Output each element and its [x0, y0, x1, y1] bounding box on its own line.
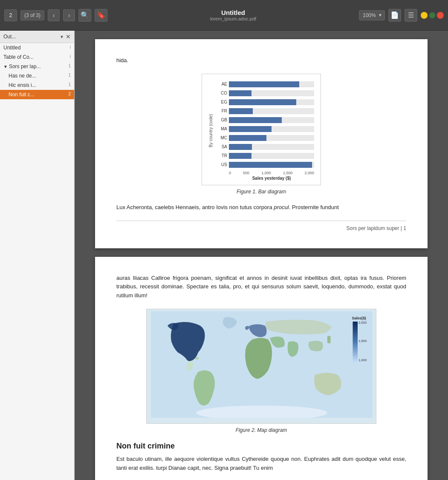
- sidebar-item-has[interactable]: Has ne de... 1: [0, 71, 74, 80]
- sidebar-close-button[interactable]: ✕: [66, 33, 71, 40]
- page-view-button[interactable]: 📄: [388, 9, 401, 22]
- bar-label: US: [215, 162, 227, 167]
- sidebar-item-page: 1: [68, 82, 71, 87]
- document-subtitle: lorem_ipsum.adoc.pdf: [111, 16, 356, 21]
- page-footer: Sors per lapidum super | 1: [116, 221, 406, 231]
- page-view-icon: 📄: [390, 11, 399, 19]
- bar-background: [229, 144, 314, 150]
- x-axis-label: Sales yesterday ($): [229, 176, 314, 181]
- search-button[interactable]: 🔍: [78, 9, 91, 22]
- x-axis: 0 500 1,000 1,500 2,000 Sales yesterday …: [229, 170, 314, 181]
- sidebar-header: Out... ▼ ✕: [0, 31, 74, 43]
- sidebar-item-hic[interactable]: Hic ensis i... 1: [0, 80, 74, 90]
- sidebar-item-label: Has ne de...: [9, 73, 36, 79]
- bar-background: [229, 99, 314, 105]
- page-number-input[interactable]: 2: [4, 9, 17, 21]
- figure1-caption: Figure 1. Bar diagram: [237, 189, 286, 195]
- sidebar-item-page: i: [70, 45, 71, 49]
- title-area: Untitled lorem_ipsum.adoc.pdf: [111, 9, 356, 21]
- sidebar-item-label: Non fuit c...: [9, 92, 35, 98]
- sidebar-item-untitled[interactable]: Untitled i: [0, 43, 74, 52]
- svg-text:2,000: 2,000: [358, 321, 367, 325]
- sidebar-item-page: 1: [68, 73, 71, 78]
- bar-label: FR: [215, 109, 227, 113]
- sidebar-item-label: Table of Co...: [3, 54, 34, 60]
- bar-fill: [229, 135, 266, 141]
- sidebar-item-page: 2: [68, 92, 71, 96]
- sidebar-title: Out...: [3, 34, 58, 40]
- bookmarks-icon: 🔖: [97, 11, 105, 19]
- bar-background: [229, 153, 314, 159]
- close-button[interactable]: [437, 12, 444, 19]
- svg-rect-5: [353, 322, 358, 362]
- window-controls: [421, 12, 444, 19]
- table-row: FR: [215, 107, 314, 115]
- world-map-svg: Sales($) 2,000 1,500 1: [149, 311, 375, 418]
- minimize-button[interactable]: [421, 12, 428, 19]
- page-count: (3 of 3): [20, 10, 44, 20]
- bar-fill: [229, 153, 251, 159]
- sidebar-item-sors[interactable]: ▼Sors per lap... 1: [0, 62, 74, 71]
- document-title: Untitled: [111, 9, 356, 16]
- svg-rect-3: [327, 336, 331, 343]
- page1-body-text: Lux Acheronta, caelebs Hennaeis, antro I…: [116, 203, 406, 212]
- menu-button[interactable]: ☰: [405, 9, 417, 22]
- x-tick: 2,000: [304, 171, 314, 175]
- page2-section-text: Est baculo utinam, ille aequore violenti…: [116, 455, 406, 473]
- sidebar-item-page: 1: [68, 63, 71, 68]
- bar-fill: [229, 126, 272, 132]
- sidebar-item-page: i: [70, 54, 71, 59]
- table-row: SA: [215, 143, 314, 151]
- y-axis-label: By country (code): [208, 80, 213, 181]
- sidebar: Out... ▼ ✕ Untitled i Table of Co... i ▼…: [0, 31, 75, 480]
- table-row: US: [215, 161, 314, 169]
- table-row: MA: [215, 125, 314, 133]
- sidebar-dropdown-icon[interactable]: ▼: [60, 34, 64, 39]
- bar-background: [229, 117, 314, 123]
- pdf-area[interactable]: hida. By country (code) AE: [75, 31, 448, 480]
- x-tick: 1,500: [283, 171, 293, 175]
- bar-fill: [229, 108, 253, 114]
- table-row: GB: [215, 116, 314, 124]
- figure2-caption: Figure 2. Map diagram: [236, 427, 287, 433]
- sidebar-item-label: Hic ensis i...: [9, 82, 36, 88]
- sidebar-item-label: Sors per lap...: [9, 63, 41, 69]
- bar-fill: [229, 99, 296, 105]
- sidebar-item-nonfuit[interactable]: Non fuit c... 2: [0, 90, 74, 99]
- next-page-button[interactable]: ›: [63, 9, 75, 21]
- main-area: Out... ▼ ✕ Untitled i Table of Co... i ▼…: [0, 31, 448, 480]
- svg-text:1,500: 1,500: [358, 339, 367, 343]
- svg-text:Sales($): Sales($): [352, 316, 366, 320]
- zoom-wrapper: 100% 75% 125% 150% ▼: [359, 10, 385, 20]
- expand-icon: ▼: [3, 64, 8, 69]
- bar-label: MA: [215, 126, 227, 131]
- italic-text: procul: [274, 204, 289, 210]
- bar-fill: [229, 144, 252, 150]
- page2-body-text: auras Iliacas Calliroe frigora poenam, s…: [116, 274, 406, 300]
- maximize-button[interactable]: [429, 12, 435, 18]
- svg-rect-2: [195, 357, 199, 359]
- x-tick: 500: [243, 171, 249, 175]
- bar-background: [229, 90, 314, 96]
- sidebar-item-toc[interactable]: Table of Co... i: [0, 52, 74, 62]
- table-row: EG: [215, 98, 314, 106]
- search-icon: 🔍: [81, 11, 89, 19]
- bookmarks-button[interactable]: 🔖: [95, 9, 107, 22]
- zoom-select[interactable]: 100% 75% 125% 150%: [359, 10, 385, 20]
- bar-label: EG: [215, 100, 227, 104]
- bar-fill: [229, 162, 312, 168]
- bar-background: [229, 126, 314, 132]
- sidebar-item-label: Untitled: [3, 45, 21, 51]
- prev-page-button[interactable]: ‹: [48, 9, 60, 21]
- bar-background: [229, 135, 314, 141]
- bar-chart: By country (code) AE CO: [208, 80, 314, 181]
- page1-partial-text: hida.: [116, 56, 406, 65]
- table-row: CO: [215, 89, 314, 97]
- x-tick: 1,000: [261, 171, 271, 175]
- bar-label: GB: [215, 118, 227, 122]
- bar-label: MC: [215, 135, 227, 140]
- pdf-page-2: auras Iliacas Calliroe frigora poenam, s…: [95, 257, 428, 480]
- x-ticks: 0 500 1,000 1,500 2,000: [229, 171, 314, 175]
- bar-fill: [229, 81, 299, 87]
- bar-chart-container: By country (code) AE CO: [116, 74, 406, 195]
